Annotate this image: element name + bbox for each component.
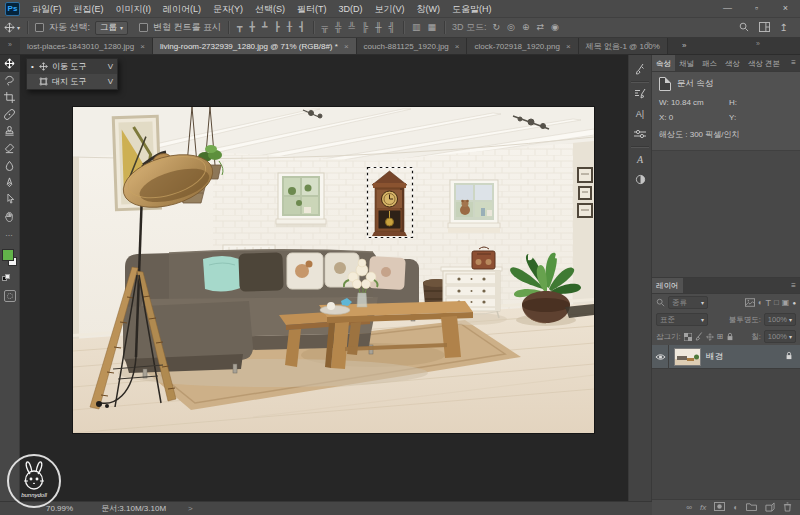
- minimize-button[interactable]: —: [713, 0, 742, 18]
- move-tool-icon[interactable]: ▾: [4, 22, 20, 33]
- tool-edit-toolbar[interactable]: …: [0, 225, 20, 242]
- tool-pen[interactable]: [0, 174, 20, 191]
- width-field[interactable]: W: 10.84 cm: [659, 98, 729, 107]
- 3d-zoom-camera-icon[interactable]: ◉: [550, 23, 560, 32]
- distribute-bottom-icon[interactable]: ╩: [347, 23, 355, 32]
- auto-align-layers-icon[interactable]: ▦: [426, 23, 437, 32]
- clone-source-panel-icon[interactable]: [628, 169, 652, 189]
- brush-settings-panel-icon[interactable]: [628, 84, 652, 104]
- align-right-edges-icon[interactable]: ┫: [298, 23, 305, 32]
- lock-pixels-icon[interactable]: [695, 332, 703, 341]
- character-panel-icon[interactable]: A|: [628, 104, 652, 124]
- layer-row-background[interactable]: 배경: [652, 345, 800, 369]
- menu-view[interactable]: 보기(V): [369, 0, 411, 18]
- foreground-color-swatch[interactable]: [2, 249, 14, 261]
- distribute-center-icon[interactable]: ╫: [374, 23, 382, 32]
- menu-type[interactable]: 문자(Y): [207, 0, 249, 18]
- panel-menu-icon[interactable]: ≡: [787, 278, 800, 293]
- transform-controls-checkbox[interactable]: [139, 23, 148, 32]
- y-field[interactable]: Y:: [729, 113, 793, 122]
- lock-artboard-icon[interactable]: ⊞: [717, 332, 724, 341]
- menu-file[interactable]: 파일(F): [26, 0, 68, 18]
- delete-layer-icon[interactable]: [783, 502, 792, 514]
- add-layer-mask-icon[interactable]: [714, 502, 725, 513]
- tab-overflow-icon[interactable]: »: [682, 38, 686, 54]
- align-top-edges-icon[interactable]: ┳: [236, 23, 243, 32]
- filter-smart-objects-icon[interactable]: ▣: [782, 298, 790, 307]
- layer-style-fx-icon[interactable]: fx: [700, 503, 706, 512]
- close-button[interactable]: ×: [771, 0, 800, 18]
- blend-mode-dropdown[interactable]: 표준▾: [656, 313, 708, 326]
- search-icon[interactable]: [739, 22, 749, 34]
- close-icon[interactable]: ×: [140, 42, 145, 51]
- filter-toggle-icon[interactable]: ●: [792, 300, 796, 306]
- new-adjustment-layer-icon[interactable]: ◐: [733, 503, 738, 512]
- menu-select[interactable]: 선택(S): [249, 0, 291, 18]
- distribute-vertical-icon[interactable]: ╬: [334, 23, 342, 32]
- auto-select-dropdown[interactable]: 그룹 ▾: [95, 21, 128, 35]
- tab-lost-places[interactable]: lost-places-1843010_1280.jpg×: [20, 38, 153, 54]
- close-icon[interactable]: ×: [455, 42, 460, 51]
- lock-transparency-icon[interactable]: [684, 333, 692, 341]
- panel-menu-icon[interactable]: ≡: [787, 55, 800, 71]
- tab-color[interactable]: 색상: [721, 55, 744, 71]
- close-icon[interactable]: ×: [566, 42, 571, 51]
- 3d-pan-icon[interactable]: ⊕: [521, 23, 531, 32]
- quick-mask-button[interactable]: [4, 290, 16, 302]
- document-canvas-image[interactable]: [73, 107, 594, 433]
- tool-path-selection[interactable]: [0, 191, 20, 208]
- dock-collapse-icon[interactable]: »: [646, 40, 650, 47]
- 3d-roll-icon[interactable]: ◎: [506, 23, 516, 32]
- align-vertical-centers-icon[interactable]: ╋: [248, 23, 255, 32]
- toolbar-collapse-icon[interactable]: »: [0, 38, 20, 54]
- new-layer-icon[interactable]: [765, 502, 775, 514]
- tool-blur[interactable]: [0, 157, 20, 174]
- align-left-edges-icon[interactable]: ┣: [273, 23, 280, 32]
- menu-window[interactable]: 창(W): [411, 0, 447, 18]
- close-icon[interactable]: ×: [344, 42, 349, 51]
- menu-layer[interactable]: 레이어(L): [157, 0, 207, 18]
- default-colors-icon[interactable]: [2, 274, 12, 282]
- flyout-item-artboard-tool[interactable]: 대지 도구 V: [27, 74, 117, 89]
- filter-type-layers-icon[interactable]: T: [765, 298, 771, 308]
- tool-crop[interactable]: [0, 89, 20, 106]
- filter-type-dropdown[interactable]: 종류▾: [668, 296, 708, 309]
- tool-lasso[interactable]: [0, 72, 20, 89]
- adjustments-panel-icon[interactable]: [628, 124, 652, 144]
- share-icon[interactable]: ↥: [780, 22, 788, 33]
- distribute-top-icon[interactable]: ╦: [321, 23, 329, 32]
- glyphs-panel-icon[interactable]: A: [628, 149, 652, 169]
- brushes-panel-icon[interactable]: [628, 59, 652, 79]
- tab-living-room-active[interactable]: living-room-2732939_1280.jpg @ 71% (RGB/…: [153, 38, 357, 54]
- menu-image[interactable]: 이미지(I): [110, 0, 158, 18]
- menu-filter[interactable]: 필터(T): [291, 0, 333, 18]
- opacity-value[interactable]: 100%▾: [764, 313, 796, 326]
- new-group-icon[interactable]: [746, 502, 757, 513]
- menu-help[interactable]: 도움말(H): [446, 0, 498, 18]
- tab-properties[interactable]: 속성: [652, 55, 675, 71]
- tool-move[interactable]: [0, 55, 20, 72]
- layer-visibility-eye-icon[interactable]: [652, 345, 669, 369]
- 3d-orbit-icon[interactable]: ↻: [491, 23, 501, 32]
- status-expand-icon[interactable]: >: [188, 504, 193, 513]
- filter-adjustment-layers-icon[interactable]: ◐: [758, 298, 763, 307]
- menu-edit[interactable]: 편집(E): [68, 0, 110, 18]
- 3d-slide-icon[interactable]: ⇄: [535, 23, 545, 32]
- tab-clock[interactable]: clock-702918_1920.png×: [467, 38, 578, 54]
- tool-eraser[interactable]: [0, 140, 20, 157]
- filter-pixel-layers-icon[interactable]: [745, 298, 755, 307]
- search-icon[interactable]: [656, 298, 665, 307]
- zoom-level[interactable]: 70.99%: [46, 504, 73, 513]
- tab-swatches[interactable]: 색상 견본: [744, 55, 784, 71]
- distribute-right-icon[interactable]: ╣: [388, 23, 396, 32]
- layer-thumbnail[interactable]: [674, 348, 701, 366]
- align-bottom-edges-icon[interactable]: ┻: [261, 23, 268, 32]
- panel-collapse-icon[interactable]: »: [756, 40, 760, 47]
- fill-value[interactable]: 100%▾: [764, 330, 796, 343]
- tab-layers[interactable]: 레이어: [652, 278, 683, 293]
- auto-select-checkbox[interactable]: [35, 23, 44, 32]
- tab-channels[interactable]: 채널: [675, 55, 698, 71]
- flyout-item-move-tool[interactable]: • 이동 도구 V: [27, 59, 117, 74]
- layer-name[interactable]: 배경: [706, 351, 785, 363]
- lock-position-icon[interactable]: [706, 333, 714, 341]
